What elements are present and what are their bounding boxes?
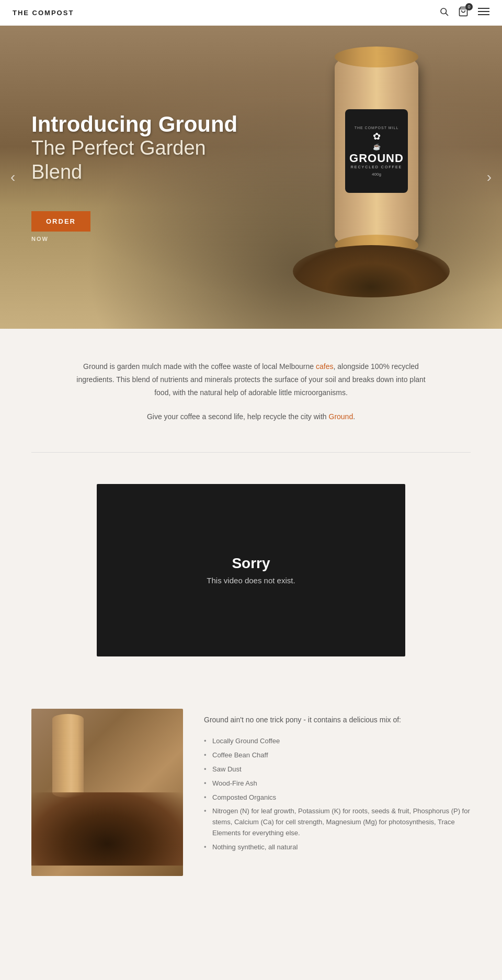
tube-top-cap (335, 47, 418, 67)
list-item: Locally Ground Coffee (204, 734, 471, 748)
video-container: Sorry This video does not exist. (97, 484, 405, 656)
product-image-soil (31, 792, 183, 866)
hero-next-button[interactable]: › (483, 165, 496, 190)
list-item: Coffee Bean Chaff (204, 748, 471, 763)
tube-flower-icon: ✿ (373, 131, 381, 142)
video-error-msg: This video does not exist. (207, 576, 295, 585)
product-image-tube (52, 714, 84, 798)
search-icon[interactable] (439, 7, 449, 19)
menu-icon[interactable] (478, 7, 489, 19)
video-section: Sorry This video does not exist. (0, 453, 502, 688)
video-sorry-title: Sorry (232, 555, 270, 572)
intro-section: Ground is garden mulch made with the cof… (0, 329, 502, 452)
hero-now-label: NOW (31, 236, 241, 242)
order-button[interactable]: ORDER (31, 211, 90, 232)
header: THE COMPOST 0 (0, 0, 502, 26)
tagline-prefix: Give your coffee a second life, help rec… (147, 412, 329, 421)
intro-text1: Ground is garden mulch made with the cof… (83, 362, 316, 371)
list-item: Saw Dust (204, 763, 471, 777)
svg-line-1 (446, 13, 448, 15)
product-tube: THE COMPOST MILL ✿ ☕ GROUND RECYCLED COF… (335, 52, 418, 250)
hero-content: Introducing Ground The Perfect Garden Bl… (0, 112, 241, 242)
list-item: Wood-Fire Ash (204, 777, 471, 791)
tube-weight: 400g (372, 172, 381, 177)
cafes-link[interactable]: cafes (316, 362, 333, 371)
tube-brand: THE COMPOST MILL (355, 126, 399, 130)
hero-prev-button[interactable]: ‹ (6, 165, 19, 190)
cart-badge: 0 (465, 3, 473, 10)
soil-pile (293, 245, 450, 297)
intro-tagline: Give your coffee a second life, help rec… (63, 412, 439, 421)
product-tagline: Ground ain't no one trick pony - it cont… (204, 714, 471, 727)
tube-cup-icon: ☕ (373, 143, 381, 151)
product-image (31, 709, 183, 876)
product-label: THE COMPOST MILL ✿ ☕ GROUND RECYCLED COF… (345, 109, 408, 193)
logo: THE COMPOST (13, 9, 74, 17)
list-item: Nitrogen (N) for leaf growth, Potassium … (204, 804, 471, 840)
hero-section: THE COMPOST MILL ✿ ☕ GROUND RECYCLED COF… (0, 26, 502, 329)
tagline-suffix: . (353, 412, 355, 421)
product-section: Ground ain't no one trick pony - it cont… (0, 688, 502, 907)
ground-link[interactable]: Ground (329, 412, 353, 421)
header-icons: 0 (439, 6, 489, 19)
list-item: Nothing synthetic, all natural (204, 840, 471, 855)
tube-sub: RECYCLED COFFEE (351, 165, 402, 169)
tube-name: GROUND (349, 153, 404, 164)
product-info: Ground ain't no one trick pony - it cont… (204, 709, 471, 855)
hero-title2: The Perfect Garden Blend (31, 136, 241, 184)
intro-paragraph: Ground is garden mulch made with the cof… (73, 360, 429, 400)
list-item: Composted Organics (204, 791, 471, 805)
product-ingredients-list: Locally Ground Coffee Coffee Bean Chaff … (204, 734, 471, 854)
hero-title1: Introducing Ground (31, 112, 241, 136)
cart-icon[interactable]: 0 (458, 6, 469, 19)
